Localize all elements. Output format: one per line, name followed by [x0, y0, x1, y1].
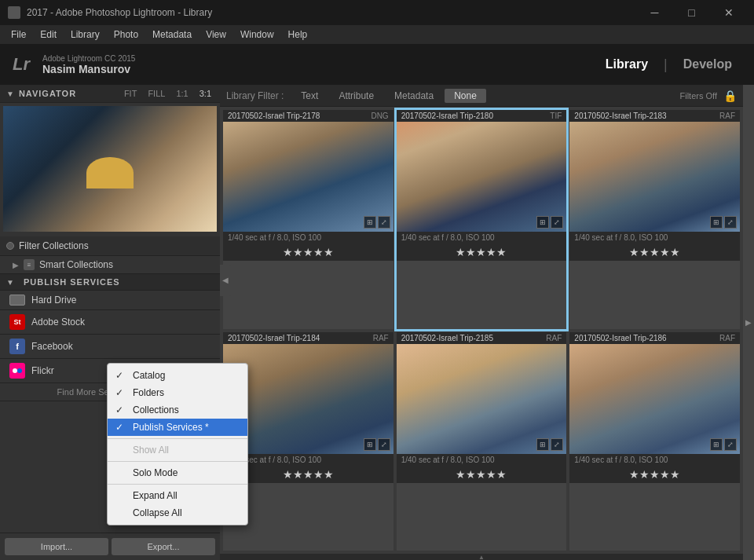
ctx-catalog[interactable]: ✓ Catalog — [108, 367, 247, 384]
filter-none-btn[interactable]: None — [445, 89, 486, 103]
expand-icon-6[interactable]: ⤢ — [724, 438, 737, 451]
menu-help[interactable]: Help — [282, 27, 314, 42]
ctx-folders[interactable]: ✓ Folders — [108, 384, 247, 401]
publish-arrow[interactable]: ▼ — [6, 278, 14, 287]
menu-edit[interactable]: Edit — [34, 27, 63, 42]
photo-thumbnail-3[interactable]: ⊞ ⤢ — [569, 122, 740, 232]
photo-thumbnail-1[interactable]: ⊞ ⤢ — [223, 122, 393, 232]
photo-stars-5[interactable]: ★★★★★ — [397, 466, 567, 483]
expand-icon-2[interactable]: ⤢ — [551, 216, 563, 229]
left-collapse-icon: ◀ — [222, 276, 229, 284]
zoom-icon-2[interactable]: ⊞ — [536, 216, 549, 229]
filter-attribute-btn[interactable]: Attribute — [329, 89, 383, 103]
lock-icon[interactable]: 🔒 — [723, 90, 737, 102]
expand-icon-3[interactable]: ⤢ — [724, 216, 737, 229]
photo-name-6: 20170502-Israel Trip-2186 — [574, 334, 666, 342]
photo-overlay-3: ⊞ ⤢ — [710, 216, 737, 229]
photo-stars-4[interactable]: ★★★★★ — [223, 466, 393, 483]
menu-window[interactable]: Window — [234, 27, 280, 42]
minimize-button[interactable]: ─ — [637, 0, 672, 25]
photo-cell-6[interactable]: 20170502-Israel Trip-2186 RAF ⊞ ⤢ 1/40 s… — [569, 332, 740, 551]
publish-title: Publish Services — [24, 277, 120, 287]
photo-meta-text-6: 1/40 sec at f / 8.0, ISO 100 — [574, 456, 668, 464]
photo-overlay-4: ⊞ ⤢ — [364, 438, 390, 451]
smart-collections[interactable]: ▶ ≡ Smart Collections — [0, 256, 220, 274]
filter-text-btn[interactable]: Text — [291, 89, 328, 103]
navigator-dome — [86, 157, 134, 188]
expand-icon-4[interactable]: ⤢ — [378, 438, 390, 451]
photo-info-6: 20170502-Israel Trip-2186 RAF — [569, 332, 740, 344]
flickr-icon — [9, 363, 25, 379]
photo-cell-1[interactable]: 20170502-Israel Trip-2178 DNG ⊞ ⤢ 1/40 s… — [223, 110, 393, 329]
photo-overlay-5: ⊞ ⤢ — [536, 438, 563, 451]
nav-fill[interactable]: FILL — [145, 88, 167, 99]
left-panel-collapse[interactable]: ◀ — [220, 265, 231, 296]
zoom-icon-6[interactable]: ⊞ — [710, 438, 723, 451]
zoom-icon-3[interactable]: ⊞ — [710, 216, 723, 229]
ctx-show-all[interactable]: Show All — [108, 441, 247, 459]
zoom-icon-5[interactable]: ⊞ — [536, 438, 549, 451]
filmstrip-toggle[interactable]: ▲ — [478, 554, 485, 561]
lr-user: Nasim Mansurov — [42, 63, 135, 75]
publish-item-hard-drive[interactable]: Hard Drive — [0, 291, 220, 310]
menu-view[interactable]: View — [199, 27, 232, 42]
filter-metadata-btn[interactable]: Metadata — [385, 89, 443, 103]
ctx-collections-check: ✓ — [115, 404, 128, 415]
nav-3to1[interactable]: 3:1 — [197, 88, 214, 99]
photo-info-5: 20170502-Israel Trip-2185 RAF — [397, 332, 567, 344]
photo-thumbnail-4[interactable]: ⊞ ⤢ — [223, 344, 393, 454]
photo-cell-4[interactable]: 20170502-Israel Trip-2184 RAF ⊞ ⤢ 1/40 s… — [223, 332, 393, 551]
navigator-collapse-arrow[interactable]: ▼ — [6, 90, 14, 98]
photo-stars-6[interactable]: ★★★★★ — [569, 466, 740, 483]
import-button[interactable]: Import... — [5, 538, 108, 555]
export-button[interactable]: Export... — [112, 538, 215, 555]
nav-fit[interactable]: FIT — [122, 88, 140, 99]
zoom-icon-4[interactable]: ⊞ — [364, 438, 376, 451]
photo-meta-6: 1/40 sec at f / 8.0, ISO 100 — [569, 454, 740, 466]
titlebar: 2017 - Adobe Photoshop Lightroom - Libra… — [0, 0, 754, 25]
photo-cell-5[interactable]: 20170502-Israel Trip-2185 RAF ⊞ ⤢ 1/40 s… — [397, 332, 567, 551]
photo-thumbnail-2[interactable]: ⊞ ⤢ — [397, 122, 567, 232]
publish-item-facebook[interactable]: f Facebook — [0, 335, 220, 359]
nav-develop[interactable]: Develop — [674, 54, 741, 75]
ctx-collections[interactable]: ✓ Collections — [108, 401, 247, 419]
zoom-icon-1[interactable]: ⊞ — [364, 216, 376, 229]
smart-collections-arrow: ▶ — [13, 261, 19, 269]
photo-meta-3: 1/40 sec at f / 8.0, ISO 100 — [569, 232, 740, 243]
bottom-buttons: Import... Export... — [0, 533, 220, 560]
right-panel-collapse[interactable]: ▶ — [743, 85, 754, 560]
photo-thumbnail-6[interactable]: ⊞ ⤢ — [569, 344, 740, 454]
menu-file[interactable]: File — [5, 27, 32, 42]
menu-photo[interactable]: Photo — [108, 27, 145, 42]
photo-stars-3[interactable]: ★★★★★ — [569, 243, 740, 261]
filter-bar: Library Filter : Text Attribute Metadata… — [220, 85, 743, 107]
photo-overlay-6: ⊞ ⤢ — [710, 438, 737, 451]
nav-library[interactable]: Library — [596, 54, 657, 75]
menu-library[interactable]: Library — [64, 27, 106, 42]
photo-meta-4: 1/40 sec at f / 8.0, ISO 100 — [223, 454, 393, 466]
expand-icon-5[interactable]: ⤢ — [551, 438, 563, 451]
smart-collections-icon: ≡ — [24, 259, 35, 270]
publish-item-adobe-stock[interactable]: St Adobe Stock — [0, 310, 220, 335]
ctx-divider-1 — [108, 438, 247, 439]
photo-format-4: RAF — [373, 334, 389, 342]
ctx-catalog-label: Catalog — [133, 370, 165, 381]
ctx-collapse-all[interactable]: Collapse All — [108, 504, 247, 522]
photo-thumbnail-5[interactable]: ⊞ ⤢ — [397, 344, 567, 454]
photo-stars-1[interactable]: ★★★★★ — [223, 243, 393, 261]
photo-meta-2: 1/40 sec at f / 8.0, ISO 100 — [397, 232, 567, 243]
expand-icon-1[interactable]: ⤢ — [378, 216, 390, 229]
photo-meta-text-3: 1/40 sec at f / 8.0, ISO 100 — [574, 233, 668, 242]
maximize-button[interactable]: □ — [674, 0, 709, 25]
filter-collections[interactable]: Filter Collections — [0, 236, 220, 256]
menu-metadata[interactable]: Metadata — [146, 27, 198, 42]
ctx-solo-mode[interactable]: Solo Mode — [108, 464, 247, 481]
ctx-collapse-all-label: Collapse All — [133, 507, 182, 518]
ctx-expand-all[interactable]: Expand All — [108, 487, 247, 504]
close-button[interactable]: ✕ — [711, 0, 746, 25]
photo-cell-3[interactable]: 20170502-Israel Trip-2183 RAF ⊞ ⤢ 1/40 s… — [569, 110, 740, 329]
nav-1to1[interactable]: 1:1 — [174, 88, 190, 99]
photo-cell-2[interactable]: 20170502-Israel Trip-2180 TIF ⊞ ⤢ 1/40 s… — [397, 110, 567, 329]
ctx-publish-services[interactable]: ✓ Publish Services * — [108, 419, 247, 436]
photo-stars-2[interactable]: ★★★★★ — [397, 243, 567, 261]
